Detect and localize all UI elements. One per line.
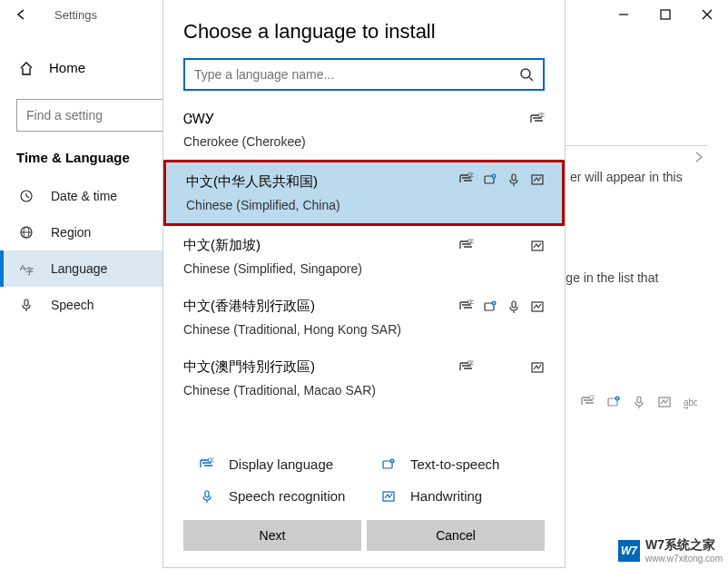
mic-icon <box>507 299 521 314</box>
handwriting-icon <box>381 489 396 504</box>
next-button[interactable]: Next <box>183 520 361 551</box>
language-search-input[interactable] <box>194 67 485 82</box>
watermark-text: W7系统之家 <box>645 537 723 554</box>
mic-icon <box>632 395 646 409</box>
legend-speech-recognition: Speech recognition <box>200 488 363 504</box>
chevron-right-icon <box>692 150 706 164</box>
handwriting-icon <box>530 172 545 187</box>
language-feature-icons <box>459 172 545 187</box>
maximize-button[interactable] <box>644 0 686 29</box>
legend-handwriting: Handwriting <box>381 488 545 504</box>
language-english: Chinese (Traditional, Macao SAR) <box>183 383 545 397</box>
mic-icon <box>507 172 521 187</box>
language-feature-icons <box>459 360 545 375</box>
language-english: Chinese (Simplified, China) <box>186 198 542 212</box>
display-language-icon <box>581 395 595 409</box>
display-language-icon <box>459 299 474 314</box>
language-item-chinese-traditional-hk[interactable]: 中文(香港特別行政區) Chinese (Traditional, Hong K… <box>163 287 565 348</box>
legend-label: Handwriting <box>410 488 482 504</box>
clock-icon <box>18 189 34 203</box>
handwriting-icon <box>530 299 545 314</box>
display-language-icon <box>459 172 474 187</box>
display-language-icon <box>459 239 474 253</box>
language-feature-icons <box>530 113 545 127</box>
app-title: Settings <box>54 8 97 22</box>
search-icon <box>519 67 534 82</box>
legend-label: Display language <box>229 456 333 472</box>
language-icon <box>18 261 34 276</box>
language-english: Chinese (Traditional, Hong Kong SAR) <box>183 322 545 337</box>
home-icon <box>18 61 33 75</box>
legend-display-language: Display language <box>200 456 363 472</box>
dialog-title: Choose a language to install <box>163 0 565 58</box>
back-icon <box>15 7 29 22</box>
language-search[interactable] <box>183 58 545 91</box>
text-to-speech-icon <box>483 299 497 314</box>
watermark-logo: W7 <box>618 540 640 562</box>
nav-label: Region <box>51 225 91 240</box>
globe-icon <box>18 225 34 240</box>
window-controls <box>603 0 728 29</box>
language-feature-icons <box>459 299 545 314</box>
legend-text-to-speech: Text-to-speech <box>381 456 545 472</box>
language-item-chinese-simplified-china[interactable]: 中文(中华人民共和国) Chinese (Simplified, China) <box>163 160 565 226</box>
nav-label: Language <box>51 261 107 276</box>
nav-label: Speech <box>51 298 93 312</box>
bg-feature-icons <box>581 395 697 409</box>
watermark-url: www.w7xitong.com <box>645 554 723 564</box>
maximize-icon <box>658 7 673 22</box>
display-language-icon <box>200 457 214 472</box>
minimize-button[interactable] <box>603 0 644 29</box>
spellcheck-icon <box>683 395 697 409</box>
close-icon <box>700 7 714 22</box>
legend-label: Speech recognition <box>229 488 345 504</box>
handwriting-icon <box>657 395 672 409</box>
dialog-buttons: Next Cancel <box>163 507 565 567</box>
language-feature-icons <box>459 239 545 253</box>
language-item-cherokee[interactable]: ᏣᎳᎩ Cherokee (Cherokee) <box>163 100 565 160</box>
handwriting-icon <box>530 360 545 375</box>
text-to-speech-icon <box>381 457 396 472</box>
handwriting-icon <box>530 239 545 253</box>
back-button[interactable] <box>0 0 44 29</box>
home-label: Home <box>49 60 85 75</box>
language-item-chinese-simplified-singapore[interactable]: 中文(新加坡) Chinese (Simplified, Singapore) <box>163 226 565 287</box>
language-list[interactable]: ᏣᎳᎩ Cherokee (Cherokee) 中文(中华人民共和国) Chin… <box>163 100 565 444</box>
legend-label: Text-to-speech <box>410 456 499 472</box>
nav-label: Date & time <box>51 189 117 203</box>
text-to-speech-icon <box>483 172 497 187</box>
bg-text-1: er will appear in this <box>570 170 683 184</box>
minimize-icon <box>616 7 631 22</box>
feature-legend: Display language Text-to-speech Speech r… <box>163 444 565 507</box>
language-english: Cherokee (Cherokee) <box>183 134 545 149</box>
watermark: W7 W7系统之家 www.w7xitong.com <box>618 537 723 564</box>
mic-icon <box>18 298 34 312</box>
language-native: ᏣᎳᎩ <box>183 111 545 127</box>
install-language-dialog: Choose a language to install ᏣᎳᎩ Cheroke… <box>162 0 566 568</box>
mic-icon <box>200 489 214 504</box>
text-to-speech-icon <box>606 395 621 409</box>
display-language-icon <box>530 113 545 127</box>
language-item-chinese-traditional-macao[interactable]: 中文(澳門特別行政區) Chinese (Traditional, Macao … <box>163 348 565 408</box>
settings-search-input[interactable] <box>26 108 181 123</box>
language-english: Chinese (Simplified, Singapore) <box>183 261 545 276</box>
close-button[interactable] <box>686 0 728 29</box>
display-language-icon <box>459 360 474 375</box>
cancel-button[interactable]: Cancel <box>367 520 545 551</box>
